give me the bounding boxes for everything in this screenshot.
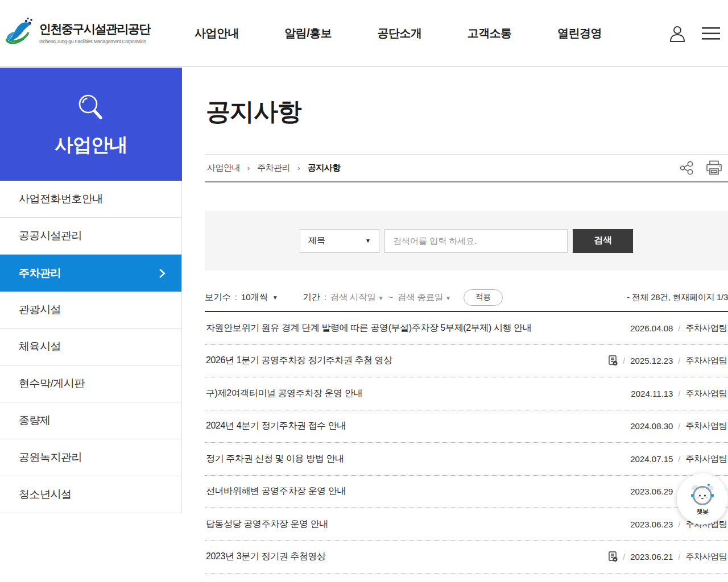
search-icon: [75, 90, 107, 123]
sidebar-item-sports[interactable]: 체육시설: [0, 329, 181, 365]
colon: :: [324, 292, 326, 302]
menu-icon[interactable]: [702, 26, 720, 41]
attachment-icon: [609, 355, 618, 366]
search-panel: 제목 ▼ 검색: [205, 211, 728, 271]
separator: /: [623, 356, 625, 365]
separator: /: [678, 454, 680, 464]
period-label: 기간: [303, 292, 320, 304]
sidebar-item-volume-rate[interactable]: 종량제: [0, 402, 181, 439]
notice-team: 주차사업팀: [686, 323, 727, 334]
main-content: 공지사항 사업안내 › 주차관리 › 공지사항: [205, 67, 728, 573]
notice-meta: / 2025.12.23 / 주차사업팀: [609, 355, 728, 366]
apply-button[interactable]: 적용: [464, 289, 503, 306]
chevron-down-icon: ▼: [378, 295, 384, 301]
view-count-value[interactable]: 10개씩: [241, 292, 268, 304]
sidebar-item-phone-guide[interactable]: 사업전화번호안내: [0, 181, 181, 218]
user-icon[interactable]: [669, 24, 686, 43]
sidebar-item-park-green[interactable]: 공원녹지관리: [0, 439, 181, 476]
notice-title[interactable]: 2023년 3분기 정기권 추첨영상: [205, 551, 326, 563]
notice-date: 2023.06.29: [630, 487, 673, 496]
table-row[interactable]: 2026년 1분기 공영주차장 정기주차권 추첨 영상 / 2025.12.23…: [205, 345, 728, 378]
logo-title: 인천중구시설관리공단: [39, 21, 150, 37]
separator: /: [678, 519, 680, 529]
nav-about[interactable]: 공단소개: [378, 26, 422, 41]
nav-customer[interactable]: 고객소통: [468, 26, 512, 41]
sidebar-item-banner-board[interactable]: 현수막/게시판: [0, 365, 181, 402]
notice-meta: 2024.08.30 / 주차사업팀: [630, 421, 728, 431]
breadcrumb-separator: ›: [247, 164, 250, 172]
table-row[interactable]: 정기 주차권 신청 및 이용 방법 안내 2024.07.15 / 주차사업팀: [205, 443, 728, 476]
search-input[interactable]: [384, 229, 568, 253]
sidebar-item-youth[interactable]: 청소년시설: [0, 476, 181, 513]
sidebar-item-label: 종량제: [19, 413, 51, 428]
chevron-down-icon: ▼: [365, 238, 371, 244]
chevron-down-icon[interactable]: ▼: [272, 294, 278, 301]
page-title: 공지사항: [206, 95, 728, 128]
site-header: 인천중구시설관리공단 Incheon Jung-gu Facilities Ma…: [0, 0, 728, 67]
print-icon[interactable]: [706, 160, 722, 176]
logo-text: 인천중구시설관리공단 Incheon Jung-gu Facilities Ma…: [39, 21, 150, 44]
site-logo[interactable]: 인천중구시설관리공단 Incheon Jung-gu Facilities Ma…: [6, 17, 150, 48]
notice-team: 주차사업팀: [686, 388, 727, 399]
separator: /: [678, 421, 680, 431]
separator: /: [678, 389, 680, 398]
table-row[interactable]: 선녀바위해변 공영주차장 운영 안내 2023.06.29 / 주차사업팀: [205, 476, 728, 509]
table-row[interactable]: 답동성당 공영주차장 운영 안내 2023.06.23 / 주차사업팀: [205, 508, 728, 541]
sidebar: 사업안내 사업전화번호안내 공공시설관리 주차관리 관광시설 체육시설 현수막/…: [0, 68, 182, 513]
chevron-right-icon: [159, 268, 166, 278]
search-category-select[interactable]: 제목 ▼: [300, 229, 379, 253]
nav-management[interactable]: 열린경영: [557, 26, 602, 41]
table-row[interactable]: 2024년 4분기 정기주차권 접수 안내 2024.08.30 / 주차사업팀: [205, 410, 728, 443]
notice-team: 주차사업팀: [686, 551, 727, 562]
sidebar-menu: 사업전화번호안내 공공시설관리 주차관리 관광시설 체육시설 현수막/게시판 종…: [0, 181, 182, 513]
separator: /: [623, 552, 625, 562]
breadcrumb-item[interactable]: 사업안내: [207, 163, 240, 173]
sidebar-item-label: 현수막/게시판: [19, 376, 85, 391]
sidebar-header: 사업안내: [0, 68, 182, 181]
breadcrumb-bar: 사업안내 › 주차관리 › 공지사항: [205, 154, 728, 182]
period-start-value: 검색 시작일: [330, 292, 376, 302]
separator: /: [678, 552, 680, 562]
nav-business[interactable]: 사업안내: [195, 26, 239, 41]
table-row[interactable]: 구)제2여객터미널 공영주차장 운영 안내 2024.11.13 / 주차사업팀: [205, 377, 728, 410]
notice-meta: 2024.11.13 / 주차사업팀: [631, 388, 728, 399]
notice-date: 2023.06.21: [630, 552, 673, 562]
sidebar-item-public-facilities[interactable]: 공공시설관리: [0, 218, 181, 255]
period-end-select[interactable]: 검색 종료일▼: [398, 292, 451, 304]
notice-title[interactable]: 자원안보위기 원유 경계 단계 발령에 따른 공영(부설)주차장 5부제(2부제…: [205, 322, 531, 334]
notice-date: 2024.11.13: [631, 389, 673, 398]
table-row[interactable]: 자원안보위기 원유 경계 단계 발령에 따른 공영(부설)주차장 5부제(2부제…: [205, 312, 728, 345]
period-start-select[interactable]: 검색 시작일▼: [330, 292, 384, 304]
colon: :: [235, 292, 237, 302]
notice-team: 주차사업팀: [686, 355, 727, 366]
share-icon[interactable]: [679, 160, 694, 176]
notice-date: 2023.06.23: [630, 519, 673, 529]
notice-date: 2024.07.15: [630, 454, 673, 464]
period-end-value: 검색 종료일: [398, 292, 443, 302]
table-row[interactable]: 2023년 3분기 정기권 추첨영상 / 2023.06.21 / 주차사업팀: [205, 541, 728, 574]
search-button[interactable]: 검색: [573, 229, 633, 253]
notice-title[interactable]: 정기 주차권 신청 및 이용 방법 안내: [205, 453, 344, 465]
chatbot-button[interactable]: 챗봇: [677, 473, 728, 525]
nav-news[interactable]: 알림/홍보: [284, 26, 332, 41]
sidebar-item-label: 사업전화번호안내: [19, 192, 103, 206]
view-count-label: 보기수: [205, 292, 231, 304]
notice-date: 2025.12.23: [630, 356, 673, 365]
notice-meta: 2024.07.15 / 주차사업팀: [630, 454, 728, 464]
breadcrumb-item-current: 공지사항: [308, 163, 341, 173]
notice-date: 2026.04.08: [630, 323, 673, 333]
sidebar-title: 사업안내: [55, 132, 127, 158]
notice-title[interactable]: 답동성당 공영주차장 운영 안내: [205, 518, 328, 530]
notice-title[interactable]: 선녀바위해변 공영주차장 운영 안내: [205, 485, 346, 497]
separator: /: [678, 323, 680, 333]
global-nav: 사업안내 알림/홍보 공단소개 고객소통 열린경영: [195, 0, 602, 66]
breadcrumb-item[interactable]: 주차관리: [257, 163, 290, 173]
notice-meta: / 2023.06.21 / 주차사업팀: [609, 551, 728, 562]
notice-team: 주차사업팀: [686, 421, 727, 431]
logo-mark-icon: [6, 17, 34, 48]
sidebar-item-tourism[interactable]: 관광시설: [0, 292, 181, 329]
notice-title[interactable]: 2026년 1분기 공영주차장 정기주차권 추첨 영상: [205, 355, 392, 367]
notice-title[interactable]: 2024년 4분기 정기주차권 접수 안내: [205, 420, 346, 432]
sidebar-item-parking[interactable]: 주차관리: [0, 255, 181, 292]
notice-title[interactable]: 구)제2여객터미널 공영주차장 운영 안내: [205, 388, 362, 400]
